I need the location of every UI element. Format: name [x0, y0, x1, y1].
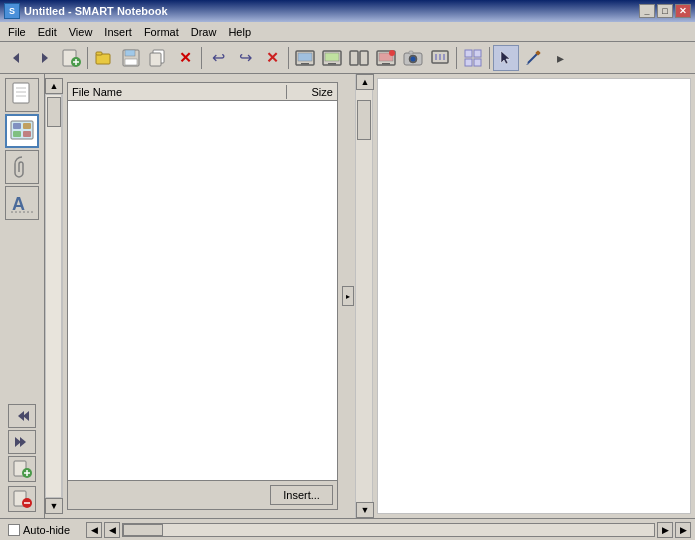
insert-button[interactable]: Insert...	[270, 485, 333, 505]
toolbar-sep-5	[489, 47, 490, 69]
svg-marker-37	[501, 51, 510, 64]
svg-rect-49	[23, 131, 31, 137]
toolbar: ✕ ↩ ↪ ✕	[0, 42, 695, 74]
redo-button[interactable]: ↪	[232, 45, 258, 71]
window-controls: _ □ ✕	[639, 4, 691, 18]
svg-rect-36	[474, 59, 481, 66]
layout2-button[interactable]	[319, 45, 345, 71]
svg-rect-46	[13, 123, 21, 129]
arrow-tool[interactable]: ▸	[547, 45, 573, 71]
scroll-right-button[interactable]	[8, 430, 36, 454]
pen-tool[interactable]	[520, 45, 546, 71]
autohide-area: Auto-hide	[4, 524, 74, 536]
menu-insert[interactable]: Insert	[98, 24, 138, 40]
menu-view[interactable]: View	[63, 24, 99, 40]
layout3-button[interactable]	[346, 45, 372, 71]
svg-marker-1	[42, 53, 48, 63]
toolbar-sep-1	[87, 47, 88, 69]
file-list[interactable]	[68, 101, 337, 480]
page-scroll-down-button[interactable]: ▼	[45, 498, 63, 514]
toolbar-sep-4	[456, 47, 457, 69]
svg-rect-23	[382, 63, 390, 65]
status-scrollbar-thumb[interactable]	[123, 524, 163, 536]
menu-draw[interactable]: Draw	[185, 24, 223, 40]
remove-page-button[interactable]	[8, 486, 36, 512]
menu-bar: File Edit View Insert Format Draw Help	[0, 22, 695, 42]
status-scrollbar-track[interactable]	[122, 523, 655, 537]
copy-button[interactable]	[145, 45, 171, 71]
canvas-scroll-thumb[interactable]	[357, 100, 371, 140]
back-button[interactable]	[4, 45, 30, 71]
open-button[interactable]	[91, 45, 117, 71]
svg-rect-9	[125, 50, 135, 56]
page-scroll-track	[45, 94, 62, 498]
fonts-panel-button[interactable]: A	[5, 186, 39, 220]
svg-rect-10	[125, 59, 137, 65]
canvas-scroll-down-button[interactable]: ▼	[356, 502, 374, 518]
grid-button[interactable]	[460, 45, 486, 71]
select-tool[interactable]	[493, 45, 519, 71]
svg-rect-28	[409, 51, 413, 54]
new-page-button[interactable]	[58, 45, 84, 71]
attachments-panel-button[interactable]	[5, 150, 39, 184]
close-button[interactable]: ✕	[675, 4, 691, 18]
status-scroll-next-button[interactable]: ▶	[657, 522, 673, 538]
gallery-panel-button[interactable]	[5, 114, 39, 148]
app-icon: S	[4, 3, 20, 19]
canvas-scroll-up-button[interactable]: ▲	[356, 74, 374, 90]
toolbar-sep-2	[201, 47, 202, 69]
camera-button[interactable]	[400, 45, 426, 71]
svg-rect-33	[465, 50, 472, 57]
autohide-checkbox[interactable]	[8, 524, 20, 536]
delete-button[interactable]: ✕	[172, 45, 198, 71]
save-button[interactable]	[118, 45, 144, 71]
svg-rect-48	[13, 131, 21, 137]
title-bar: S Untitled - SMART Notebook _ □ ✕	[0, 0, 695, 22]
svg-rect-47	[23, 123, 31, 129]
page-scrollbar: ▲ ▼	[45, 78, 63, 514]
page-scroll-up-button[interactable]: ▲	[45, 78, 63, 94]
svg-rect-41	[13, 83, 29, 103]
svg-marker-0	[13, 53, 19, 63]
file-panel-header: File Name Size	[68, 83, 337, 101]
scroll-left-button[interactable]	[8, 404, 36, 428]
layout1-button[interactable]	[292, 45, 318, 71]
svg-rect-17	[325, 53, 339, 61]
svg-line-38	[528, 53, 538, 63]
canvas-area[interactable]	[377, 78, 691, 514]
svg-rect-12	[150, 53, 161, 66]
status-bar: Auto-hide ◀ ◀ ▶ ▶	[0, 518, 695, 540]
svg-rect-15	[301, 63, 309, 65]
svg-rect-20	[360, 51, 368, 65]
left-sidebar: A	[0, 74, 45, 518]
add-page-button[interactable]	[8, 456, 36, 482]
undo-button[interactable]: ↩	[205, 45, 231, 71]
main-content: A	[0, 74, 695, 518]
file-panel: File Name Size Insert...	[67, 82, 338, 510]
clear-button[interactable]: ✕	[259, 45, 285, 71]
svg-point-24	[389, 50, 395, 56]
file-size-column-header: Size	[287, 85, 337, 99]
pages-panel-button[interactable]	[5, 78, 39, 112]
menu-format[interactable]: Format	[138, 24, 185, 40]
panel-expand-button[interactable]: ▸	[342, 286, 354, 306]
window-title: Untitled - SMART Notebook	[24, 5, 639, 17]
svg-rect-35	[465, 59, 472, 66]
minimize-button[interactable]: _	[639, 4, 655, 18]
menu-file[interactable]: File	[2, 24, 32, 40]
freeze-button[interactable]	[427, 45, 453, 71]
menu-help[interactable]: Help	[222, 24, 257, 40]
maximize-button[interactable]: □	[657, 4, 673, 18]
status-scroll-left-button[interactable]: ◀	[86, 522, 102, 538]
svg-point-27	[411, 56, 416, 61]
status-scroll-right-button[interactable]: ▶	[675, 522, 691, 538]
svg-rect-18	[328, 63, 336, 65]
layout4-button[interactable]	[373, 45, 399, 71]
menu-edit[interactable]: Edit	[32, 24, 63, 40]
svg-rect-14	[298, 53, 312, 61]
svg-rect-19	[350, 51, 358, 65]
autohide-label: Auto-hide	[23, 524, 70, 536]
forward-button[interactable]	[31, 45, 57, 71]
canvas-scroll-track[interactable]	[356, 90, 372, 502]
status-scroll-prev-button[interactable]: ◀	[104, 522, 120, 538]
